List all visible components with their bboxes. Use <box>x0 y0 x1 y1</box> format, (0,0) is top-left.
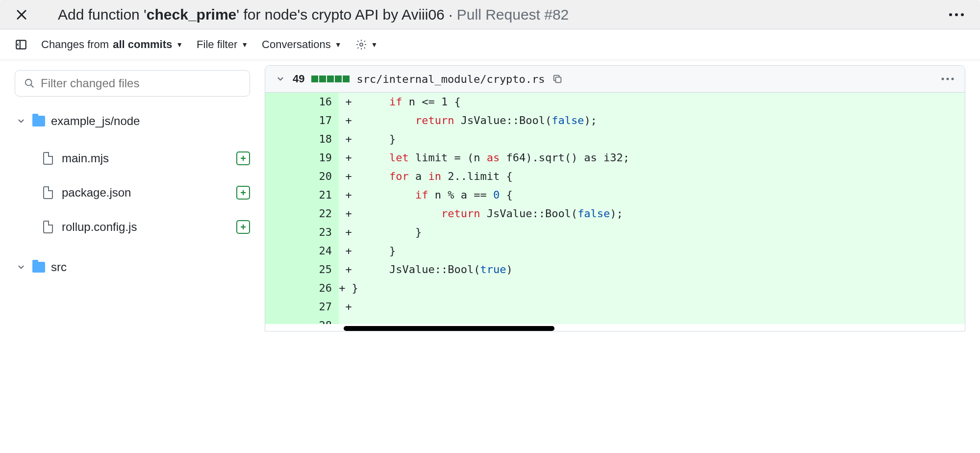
svg-rect-8 <box>555 77 561 82</box>
svg-point-5 <box>360 43 363 46</box>
file-added-badge: + <box>236 151 250 165</box>
conversations-dropdown[interactable]: Conversations ▼ <box>262 38 342 51</box>
page-title: Add function 'check_prime' for node's cr… <box>58 6 948 23</box>
code-content <box>358 279 965 298</box>
chevron-down-icon: ▼ <box>176 41 183 49</box>
svg-point-9 <box>942 78 944 80</box>
diff-line[interactable]: 26+ } <box>265 279 965 298</box>
diff-marker: + <box>339 298 358 316</box>
file-icon <box>43 186 53 199</box>
more-menu-icon[interactable] <box>948 12 965 17</box>
diff-line[interactable]: 22+ return JsValue::Bool(false); <box>265 204 965 223</box>
chevron-down-icon: ▼ <box>241 41 248 49</box>
gutter-new: 28 <box>304 316 339 324</box>
gutter-old <box>265 260 304 279</box>
copy-path-icon[interactable] <box>552 74 563 84</box>
diff-line[interactable]: 19+ let limit = (n as f64).sqrt() as i32… <box>265 149 965 167</box>
gutter-new: 27 <box>304 298 339 316</box>
diff-code-block[interactable]: 16+ if n <= 1 {17+ return JsValue::Bool(… <box>265 93 965 324</box>
code-content <box>358 298 965 316</box>
diff-line[interactable]: 18+ } <box>265 130 965 149</box>
code-content: if n <= 1 { <box>358 93 965 111</box>
tree-file[interactable]: package.json <box>15 186 131 200</box>
tree-file[interactable]: rollup.config.js <box>15 220 137 234</box>
tree-file[interactable]: main.mjs <box>15 151 109 165</box>
folder-icon <box>32 116 45 126</box>
folder-icon <box>32 262 45 273</box>
gutter-old <box>265 223 304 242</box>
chevron-down-icon <box>16 263 26 272</box>
gutter-old <box>265 298 304 316</box>
file-added-badge: + <box>236 220 250 234</box>
folder-label: src <box>51 260 67 274</box>
diff-marker: + <box>339 111 358 130</box>
diff-line[interactable]: 28 <box>265 316 965 324</box>
code-content: return JsValue::Bool(false); <box>358 111 965 130</box>
horizontal-scrollbar[interactable] <box>344 326 554 331</box>
collapse-file-icon[interactable] <box>275 75 286 83</box>
chevron-down-icon: ▼ <box>335 41 342 49</box>
gutter-new: 19 <box>304 149 339 167</box>
diff-marker: + <box>339 204 358 223</box>
filter-files-field[interactable] <box>41 76 241 90</box>
svg-line-7 <box>31 85 34 88</box>
code-content <box>358 316 965 324</box>
diff-line[interactable]: 27+ <box>265 298 965 316</box>
changes-from-dropdown[interactable]: Changes from all commits ▼ <box>41 38 183 51</box>
code-content: return JsValue::Bool(false); <box>358 204 965 223</box>
file-filter-dropdown[interactable]: File filter ▼ <box>197 38 248 51</box>
gutter-new: 25 <box>304 260 339 279</box>
code-content: for a in 2..limit { <box>358 167 965 186</box>
tree-folder[interactable]: src <box>15 257 250 277</box>
svg-point-10 <box>947 78 949 80</box>
gutter-new: 23 <box>304 223 339 242</box>
chevron-down-icon: ▼ <box>371 41 378 49</box>
gutter-new: 20 <box>304 167 339 186</box>
svg-point-2 <box>961 13 964 16</box>
file-added-badge: + <box>236 186 250 200</box>
tree-folder[interactable]: example_js/node <box>15 111 250 131</box>
search-icon <box>24 78 35 89</box>
gutter-new: 22 <box>304 204 339 223</box>
gutter-old <box>265 111 304 130</box>
gutter-new: 24 <box>304 242 339 260</box>
gear-icon <box>355 39 367 50</box>
svg-point-6 <box>25 79 32 86</box>
diff-line[interactable]: 17+ return JsValue::Bool(false); <box>265 111 965 130</box>
filter-files-input[interactable] <box>15 70 250 97</box>
code-content: } <box>358 242 965 260</box>
code-content: if n % a == 0 { <box>358 186 965 204</box>
diff-file-path[interactable]: src/internal_module/crypto.rs <box>356 73 545 85</box>
gutter-old <box>265 93 304 111</box>
code-content: } <box>358 223 965 242</box>
diff-line[interactable]: 21+ if n % a == 0 { <box>265 186 965 204</box>
file-icon <box>43 221 53 233</box>
diff-line[interactable]: 20+ for a in 2..limit { <box>265 167 965 186</box>
gutter-old <box>265 279 304 298</box>
diff-marker: + <box>339 260 358 279</box>
file-icon <box>43 152 53 165</box>
diff-marker: + <box>339 242 358 260</box>
diff-line[interactable]: 16+ if n <= 1 { <box>265 93 965 111</box>
gutter-old <box>265 204 304 223</box>
diff-marker <box>339 316 358 324</box>
diff-settings-dropdown[interactable]: ▼ <box>355 39 378 50</box>
diff-marker: + <box>339 149 358 167</box>
toggle-file-tree-icon[interactable] <box>15 38 27 51</box>
diff-marker: + <box>339 130 358 149</box>
gutter-old <box>265 130 304 149</box>
folder-label: example_js/node <box>51 114 140 128</box>
diff-line[interactable]: 23+ } <box>265 223 965 242</box>
gutter-new: 18 <box>304 130 339 149</box>
gutter-old <box>265 242 304 260</box>
diff-line[interactable]: 25+ JsValue::Bool(true) <box>265 260 965 279</box>
gutter-new: 16 <box>304 93 339 111</box>
diff-line[interactable]: 24+ } <box>265 242 965 260</box>
file-more-menu-icon[interactable] <box>940 77 955 81</box>
title-bar: Add function 'check_prime' for node's cr… <box>0 0 980 29</box>
diff-marker: + <box>339 186 358 204</box>
diff-line-count: 49 <box>293 73 304 85</box>
diff-toolbar: Changes from all commits ▼ File filter ▼… <box>0 29 980 60</box>
gutter-new: 21 <box>304 186 339 204</box>
close-icon[interactable] <box>15 8 28 22</box>
